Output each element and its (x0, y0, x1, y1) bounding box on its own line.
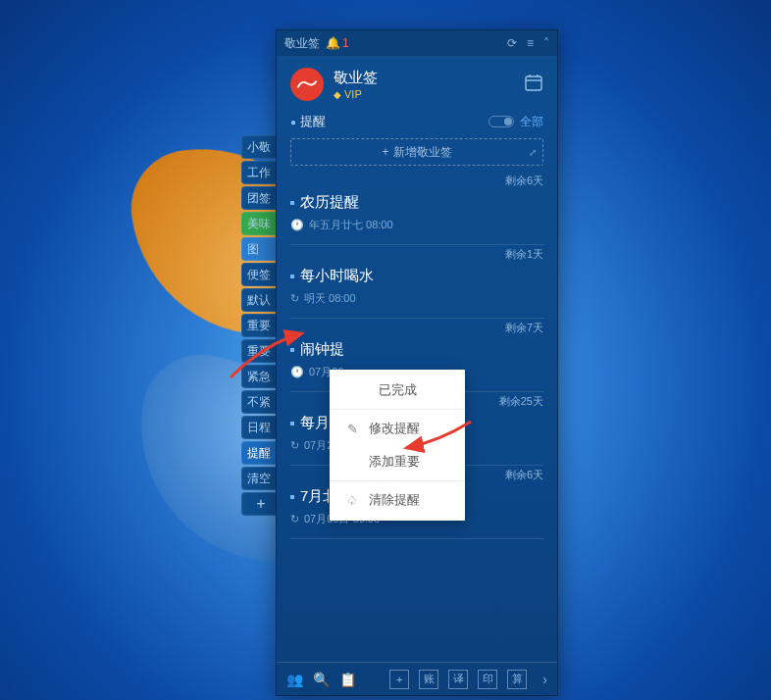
search-icon[interactable]: 🔍 (313, 672, 330, 687)
clock-icon: 🕐 (290, 219, 304, 231)
remaining-days: 剩余1天 (505, 247, 543, 262)
notification-count: 1 (342, 36, 349, 50)
side-tab-active[interactable]: 提醒 (241, 441, 281, 465)
item-dot-icon (290, 495, 294, 499)
item-dot-icon (290, 201, 294, 205)
sync-icon[interactable]: ⟳ (507, 36, 517, 50)
menu-separator (330, 480, 465, 481)
bell-outline-icon: ♤ (345, 493, 359, 508)
desktop-background: 小敬 工作 团签 美味 图 便签 默认 重要 重要 紧急 不紧 日程 提醒 清空… (0, 0, 771, 700)
bell-icon: 🔔 (326, 36, 340, 50)
context-menu: 已完成 ✎修改提醒 添加重要 ♤清除提醒 (330, 370, 465, 521)
remaining-days: 剩余25天 (499, 394, 543, 409)
chevron-up-icon[interactable]: ˄ (543, 36, 549, 50)
expand-icon: ⤢ (529, 147, 537, 158)
side-tab-add[interactable]: + (241, 492, 281, 516)
header: 敬业签 ◆ VIP (277, 56, 557, 109)
plus-icon: + (382, 145, 388, 159)
side-tab[interactable]: 重要 (241, 314, 281, 337)
item-dot-icon (290, 275, 294, 278)
item-title: 每小时喝水 (300, 267, 374, 285)
print-button[interactable]: 印 (478, 670, 497, 689)
side-tab[interactable]: 默认 (241, 288, 281, 312)
menu-label: 修改提醒 (369, 420, 420, 437)
filter-all-label[interactable]: 全部 (520, 114, 543, 130)
diamond-icon: ◆ (334, 89, 341, 100)
filter-toggle[interactable] (488, 116, 514, 127)
add-note-label: 新增敬业签 (393, 144, 452, 161)
edit-icon: ✎ (345, 422, 359, 436)
side-tab[interactable]: 图 (241, 237, 281, 261)
repeat-icon: ↻ (290, 513, 299, 525)
filter-label: 提醒 (300, 113, 326, 130)
chevron-right-icon[interactable]: › (542, 672, 547, 687)
notification-indicator[interactable]: 🔔 1 (326, 36, 349, 50)
titlebar-app-label: 敬业签 (284, 35, 320, 52)
translate-button[interactable]: 译 (448, 670, 468, 689)
filter-row: ● 提醒 全部 (277, 109, 557, 138)
calendar-icon[interactable]: 📋 (339, 672, 356, 687)
category-tabs: 小敬 工作 团签 美味 图 便签 默认 重要 重要 紧急 不紧 日程 提醒 清空… (241, 135, 281, 516)
side-tab[interactable]: 团签 (241, 186, 281, 210)
account-button[interactable]: 账 (419, 670, 438, 689)
item-dot-icon (290, 348, 294, 352)
remaining-days: 剩余7天 (505, 321, 543, 335)
menu-clear-reminder[interactable]: ♤清除提醒 (330, 483, 465, 517)
add-note-button[interactable]: + 新增敬业签 ⤢ (290, 138, 543, 166)
item-title: 闹钟提 (300, 340, 344, 359)
side-tab[interactable]: 便签 (241, 263, 281, 286)
contacts-icon[interactable]: 👥 (286, 672, 303, 687)
side-tab[interactable]: 工作 (241, 161, 281, 184)
vip-badge: ◆ VIP (334, 88, 378, 100)
side-tab[interactable]: 美味 (241, 212, 281, 235)
app-logo (290, 68, 324, 101)
side-tab[interactable]: 不紧 (241, 390, 281, 414)
menu-edit-reminder[interactable]: ✎修改提醒 (330, 412, 465, 445)
item-title: 农历提醒 (300, 193, 359, 212)
side-tab[interactable]: 重要 (241, 339, 281, 363)
svg-rect-0 (526, 76, 541, 90)
repeat-icon: ↻ (290, 292, 299, 305)
app-name: 敬业签 (334, 69, 378, 87)
item-time: 年五月廿七 08:00 (309, 218, 393, 232)
title-bar: 敬业签 🔔 1 ⟳ ≡ ˄ (277, 30, 557, 56)
side-tab[interactable]: 小敬 (241, 135, 281, 159)
side-tab[interactable]: 日程 (241, 416, 281, 439)
item-dot-icon (290, 422, 294, 425)
menu-icon[interactable]: ≡ (527, 36, 534, 50)
add-button[interactable]: + (389, 670, 409, 689)
side-tab[interactable]: 清空 (241, 467, 281, 490)
menu-label: 添加重要 (369, 453, 420, 471)
calendar-icon[interactable] (524, 73, 543, 96)
remaining-days: 剩余6天 (505, 174, 543, 188)
menu-separator (330, 409, 465, 410)
app-window: 敬业签 🔔 1 ⟳ ≡ ˄ 敬业签 ◆ VIP (276, 29, 558, 696)
side-tab[interactable]: 紧急 (241, 365, 281, 388)
menu-done[interactable]: 已完成 (330, 374, 465, 407)
bottom-toolbar: 👥 🔍 📋 + 账 译 印 算 › (277, 662, 557, 695)
item-time: 明天 08:00 (304, 291, 356, 306)
repeat-icon: ↻ (290, 439, 299, 452)
menu-label: 已完成 (379, 381, 417, 399)
remaining-days: 剩余6天 (505, 468, 543, 482)
clock-icon: 🕐 (290, 366, 304, 378)
menu-add-important[interactable]: 添加重要 (330, 445, 465, 478)
menu-label: 清除提醒 (369, 491, 420, 509)
calc-button[interactable]: 算 (507, 670, 527, 689)
bullet-icon: ● (290, 117, 296, 127)
list-item[interactable]: 剩余6天 农历提醒 🕐年五月廿七 08:00 (290, 172, 543, 245)
list-item[interactable]: 剩余1天 每小时喝水 ↻明天 08:00 (290, 245, 543, 319)
vip-label: VIP (344, 88, 362, 100)
